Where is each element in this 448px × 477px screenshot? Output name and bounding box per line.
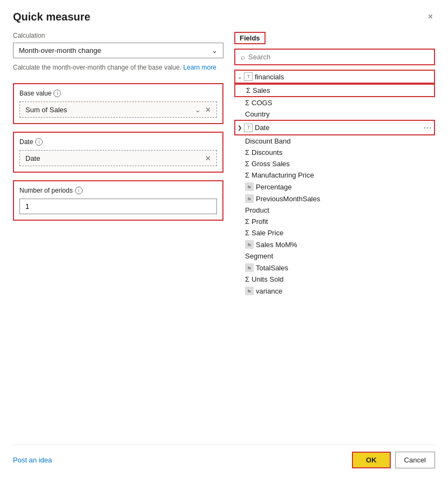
tree-item-discounts[interactable]: Σ Discounts [234,147,435,158]
tree-item-gross-sales[interactable]: Σ Gross Sales [234,158,435,169]
base-value-clear-icon[interactable]: ✕ [205,106,211,114]
sigma-icon: Σ [245,148,249,156]
calc-icon: fx [245,287,254,295]
calculation-label: Calculation [13,32,223,39]
tree-label: Date [255,124,269,132]
base-value-field: Sum of Sales [25,106,67,114]
periods-input[interactable] [19,199,217,214]
learn-more-link[interactable]: Learn more [184,64,216,71]
field-tree: ⌄ ⊤ financials Σ Sales Σ COGS Country [234,70,435,440]
date-drop-zone[interactable]: Date ✕ [19,150,217,166]
tree-label: PreviousMonthSales [256,195,320,203]
tree-item-country[interactable]: Country [234,108,435,120]
base-value-chevron-icon[interactable]: ⌄ [195,106,201,114]
periods-label: Number of periods i [19,187,217,194]
dialog-body: Calculation Month-over-month change ⌄ Ca… [13,32,435,440]
right-panel: Fields ⌕ ⌄ ⊤ financials Σ Sales [234,32,435,440]
more-options-icon[interactable]: ⋯ [423,122,432,133]
search-icon: ⌕ [241,53,245,61]
tree-label: Discounts [252,148,282,156]
base-value-actions: ⌄ ✕ [195,106,211,114]
cancel-button[interactable]: Cancel [395,452,435,468]
date-info-icon: i [35,138,43,146]
tree-item-financials[interactable]: ⌄ ⊤ financials [234,70,435,84]
sigma-icon: Σ [245,160,249,168]
base-value-info-icon: i [53,90,61,97]
chevron-down-icon: ⌄ [237,74,242,80]
tree-item-date[interactable]: ❯ ⊤ Date ⋯ [234,120,435,135]
sigma-icon: Σ [245,217,249,226]
tree-label: Sale Price [252,229,283,237]
quick-measure-dialog: Quick measure × Calculation Month-over-m… [0,0,448,477]
tree-label: Country [245,110,270,118]
tree-label: Discount Band [245,137,291,145]
tree-item-product[interactable]: Product [234,205,435,216]
periods-box: Number of periods i [13,180,223,221]
sigma-icon: Σ [245,171,249,179]
sigma-icon: Σ [245,229,249,237]
table-icon: ⊤ [244,124,253,132]
calc-icon: fx [245,194,254,203]
table-icon: ⊤ [244,72,253,81]
calc-icon: fx [245,182,254,191]
date-box: Date i Date ✕ [13,132,223,173]
calc-description: Calculate the month-over-month change of… [13,63,223,72]
fields-header: Fields [234,32,435,44]
left-panel: Calculation Month-over-month change ⌄ Ca… [13,32,234,440]
base-value-box: Base value i Sum of Sales ⌄ ✕ [13,83,223,124]
tree-label: Segment [245,252,273,260]
tree-label: Sales MoM% [256,241,297,249]
dialog-title: Quick measure [13,11,90,23]
calculation-value: Month-over-month change [19,46,101,54]
tree-item-percentage[interactable]: fx Percentage [234,181,435,193]
tree-item-segment[interactable]: Segment [234,250,435,262]
tree-item-cogs[interactable]: Σ COGS [234,97,435,108]
footer-buttons: OK Cancel [352,452,435,468]
calc-icon: fx [245,263,254,272]
fields-title: Fields [234,32,266,44]
dialog-footer: Post an idea OK Cancel [13,445,435,468]
tree-label: TotalSales [256,264,288,272]
periods-info-icon: i [75,187,83,194]
calc-icon: fx [245,240,254,249]
tree-item-discount-band[interactable]: Discount Band [234,135,435,147]
date-clear-icon[interactable]: ✕ [205,154,211,162]
chevron-down-icon: ⌄ [212,46,218,54]
sigma-icon: Σ [245,275,249,283]
tree-label: Manufacturing Price [252,171,314,179]
tree-item-units-sold[interactable]: Σ Units Sold [234,274,435,285]
sigma-icon: Σ [245,99,249,107]
close-icon[interactable]: × [426,11,435,23]
tree-item-previous-month-sales[interactable]: fx PreviousMonthSales [234,193,435,205]
base-value-drop-zone[interactable]: Sum of Sales ⌄ ✕ [19,101,217,118]
tree-item-sales-mom[interactable]: fx Sales MoM% [234,238,435,250]
date-label: Date i [19,138,217,146]
tree-item-manufacturing-price[interactable]: Σ Manufacturing Price [234,169,435,181]
post-idea-link[interactable]: Post an idea [13,456,52,464]
tree-label: Sales [253,86,270,94]
tree-item-variance[interactable]: fx variance [234,285,435,297]
tree-item-sale-price[interactable]: Σ Sale Price [234,227,435,238]
calculation-dropdown[interactable]: Month-over-month change ⌄ [13,43,223,58]
ok-button[interactable]: OK [352,452,391,468]
tree-label: Gross Sales [252,160,290,168]
tree-item-total-sales[interactable]: fx TotalSales [234,262,435,274]
tree-item-sales[interactable]: Σ Sales [234,84,435,97]
chevron-right-icon: ❯ [237,125,242,131]
tree-label: financials [255,73,284,81]
dialog-header: Quick measure × [13,11,435,23]
base-value-label: Base value i [19,90,217,97]
tree-label: COGS [252,99,272,107]
tree-label: Product [245,206,269,214]
tree-label: Profit [252,217,268,226]
tree-label: Percentage [256,183,292,191]
sigma-icon: Σ [246,86,250,94]
date-field: Date [25,154,40,162]
search-box[interactable]: ⌕ [234,49,435,65]
search-input[interactable] [248,53,429,61]
tree-label: variance [256,287,282,295]
tree-item-profit[interactable]: Σ Profit [234,216,435,227]
tree-label: Units Sold [252,275,283,283]
